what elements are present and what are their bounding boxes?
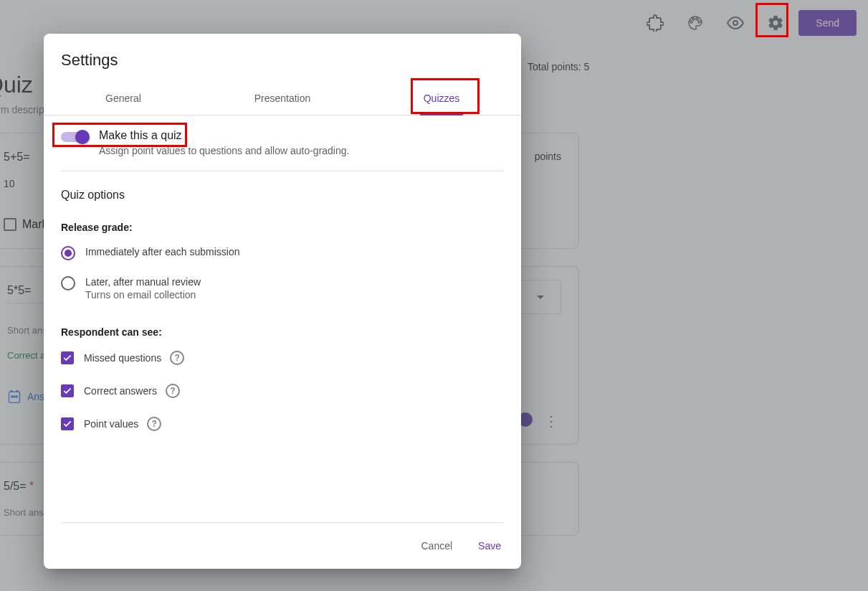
checkbox-checked-icon (61, 417, 74, 430)
make-quiz-toggle[interactable] (61, 132, 87, 142)
release-later-sub: Turns on email collection (85, 289, 201, 301)
release-immediate-text: Immediately after each submission (85, 246, 240, 257)
radio-unchecked-icon (61, 276, 75, 290)
point-values-label: Point values (84, 418, 138, 430)
tab-quizzes[interactable]: Quizzes (362, 81, 521, 115)
checkbox-checked-icon (61, 384, 74, 397)
annotation-highlight-gear (755, 3, 788, 37)
make-quiz-label: Make this a quiz (99, 129, 349, 142)
release-later-option[interactable]: Later, after manual review Turns on emai… (61, 276, 504, 301)
release-immediate-option[interactable]: Immediately after each submission (61, 246, 504, 260)
dialog-tabs: General Presentation Quizzes (44, 81, 521, 115)
radio-checked-icon (61, 246, 75, 260)
help-icon[interactable]: ? (147, 417, 161, 431)
release-grade-heading: Release grade: (61, 222, 504, 233)
help-icon[interactable]: ? (170, 351, 184, 365)
toggle-knob (75, 130, 90, 144)
correct-answers-label: Correct answers (84, 385, 157, 397)
respondent-heading: Respondent can see: (61, 326, 504, 338)
tab-presentation[interactable]: Presentation (203, 81, 362, 115)
quiz-options-heading: Quiz options (61, 171, 504, 202)
point-values-option[interactable]: Point values ? (61, 417, 504, 431)
save-button[interactable]: Save (475, 537, 504, 554)
make-quiz-text-group: Make this a quiz Assign point values to … (99, 129, 349, 156)
checkbox-checked-icon (61, 351, 74, 364)
settings-dialog: Settings General Presentation Quizzes Ma… (44, 34, 521, 569)
missed-questions-option[interactable]: Missed questions ? (61, 351, 504, 365)
help-icon[interactable]: ? (166, 384, 180, 398)
dialog-body: Make this a quiz Assign point values to … (44, 115, 521, 522)
make-quiz-row: Make this a quiz Assign point values to … (61, 115, 504, 171)
release-later-label: Later, after manual review (85, 276, 201, 288)
make-quiz-sub: Assign point values to questions and all… (99, 145, 349, 156)
release-immediate-label: Immediately after each submission (85, 246, 240, 257)
dialog-footer: Cancel Save (61, 522, 504, 569)
release-later-text: Later, after manual review Turns on emai… (85, 276, 201, 301)
dialog-title: Settings (44, 34, 521, 81)
cancel-button[interactable]: Cancel (418, 537, 455, 554)
tab-general[interactable]: General (44, 81, 203, 115)
correct-answers-option[interactable]: Correct answers ? (61, 384, 504, 398)
missed-questions-label: Missed questions (84, 352, 161, 364)
